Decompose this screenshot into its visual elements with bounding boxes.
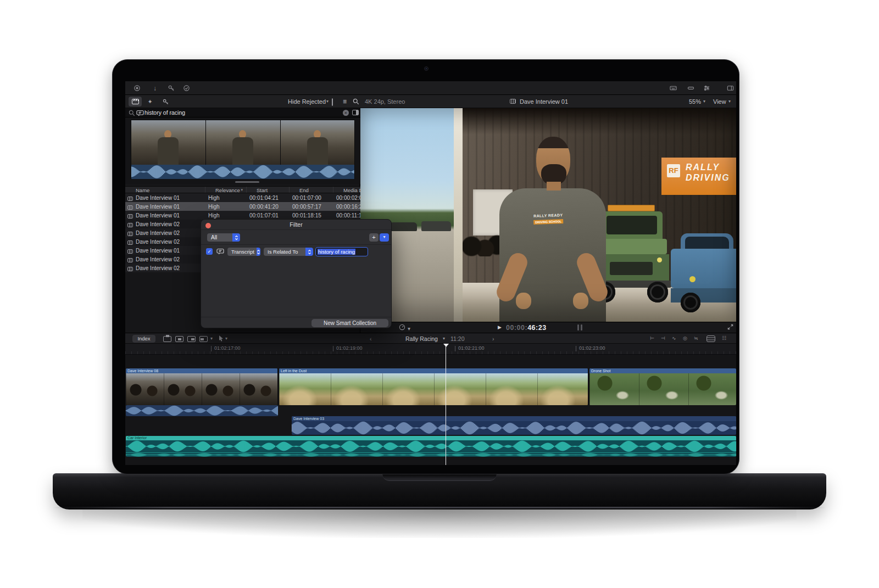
fullscreen-icon[interactable] (727, 324, 733, 331)
new-smart-collection-button[interactable]: New Smart Collection (311, 319, 388, 327)
timeline-clip-dave-interview-03[interactable]: Dave Interview 03 (292, 416, 736, 435)
select-tool-icon[interactable] (219, 335, 224, 343)
clip-filmstrip[interactable] (131, 120, 355, 179)
show-browser-icon[interactable] (129, 97, 142, 107)
rule-type-popup[interactable]: Transcript (227, 248, 260, 256)
table-row-selected[interactable]: Dave Interview 01High00:00:41:2000:00:57… (125, 202, 360, 211)
next-project-chevron[interactable]: › (492, 333, 494, 344)
clip-filmstrip (126, 373, 277, 405)
view-caret-icon[interactable]: ▾ (728, 95, 731, 108)
project-name[interactable]: Rally Racing (405, 333, 438, 344)
column-name[interactable]: Name (125, 187, 205, 193)
timeline[interactable]: 01:02:17:00 01:02:19:00 01:02:21:00 01:0… (125, 344, 736, 465)
filter-scope-popup[interactable]: All (207, 233, 240, 242)
rule-condition-popup[interactable]: Is Related To (264, 248, 313, 256)
search-input[interactable]: history of racing (144, 109, 185, 116)
timeline-clip-car-interior[interactable]: Car Interior (126, 436, 736, 457)
clip-title: Drone Shot (589, 368, 736, 373)
timeline-settings-icon[interactable]: ☷ (722, 335, 726, 341)
viewer-video[interactable]: RF RALLY DRIVING RALLY READY DRIVING SCH… (360, 108, 736, 322)
search-icon[interactable] (353, 98, 359, 106)
audio-waveform (126, 440, 736, 452)
viewer-zoom-level[interactable]: 55% (689, 95, 701, 108)
viewer-timecode: 00:00:46:23 (506, 322, 547, 333)
skimming-icon[interactable]: ∿ (672, 335, 676, 341)
keyword-editor-icon[interactable] (166, 84, 175, 92)
view-menu[interactable]: View (713, 95, 726, 108)
keyboard-icon[interactable] (669, 84, 677, 92)
audio-meters[interactable] (576, 324, 582, 332)
filmstrip-view-icon[interactable] (332, 99, 333, 105)
insert-edit-icon[interactable] (175, 336, 183, 342)
append-edit-icon[interactable] (187, 336, 196, 342)
clip-appearance-icon[interactable] (706, 335, 715, 342)
clip-icon (127, 232, 133, 236)
clip-icon (127, 197, 133, 201)
index-button[interactable]: Index (132, 335, 155, 343)
solo-icon[interactable]: ≒ (694, 335, 698, 341)
column-relevance[interactable]: Relevance▾ (205, 187, 246, 193)
clip-filmstrip (279, 373, 588, 405)
transcript-rule-icon (216, 248, 224, 256)
filmstrip-waveform (131, 165, 354, 179)
stepper-icon (305, 248, 313, 256)
timeline-clip-left-in-the-dust[interactable]: Left in the Dust (279, 368, 588, 405)
sliders-icon[interactable] (702, 84, 711, 92)
table-row[interactable]: Dave Interview 01High00:01:07:0100:01:18… (125, 211, 360, 220)
app-titlebar: ↓ (125, 81, 736, 95)
share-icon[interactable] (132, 84, 141, 92)
play-button[interactable]: ▶ (498, 324, 502, 330)
background-tasks-icon[interactable] (182, 84, 191, 92)
connect-edit-icon[interactable] (163, 336, 171, 342)
stepper-icon (257, 248, 260, 256)
ruler-label: 01:02:19:00 (336, 345, 363, 351)
stepper-icon (232, 233, 240, 242)
effects-browser-icon[interactable]: ✦ (143, 97, 157, 107)
rule-checkbox[interactable]: ✓ (206, 248, 213, 255)
keyword-icon[interactable] (159, 97, 172, 107)
retime-gauge-icon[interactable] (399, 324, 405, 332)
touchbar-icon[interactable] (686, 84, 695, 92)
table-row[interactable]: Dave Interview 01High00:01:04:2100:01:07… (125, 193, 360, 202)
import-media-icon[interactable]: ↓ (151, 84, 159, 92)
browser-search-bar[interactable]: history of racing ✕ (125, 108, 360, 117)
close-window-button[interactable] (205, 223, 211, 228)
hide-rejected-filter[interactable]: Hide Rejected (288, 95, 326, 108)
timeline-clip-drone-shot[interactable]: Drone Shot (589, 368, 736, 405)
list-view-icon[interactable]: ≡ (343, 95, 347, 108)
clip-icon (127, 223, 133, 227)
viewer-format-info: 4K 24p, Stereo (365, 95, 405, 108)
clip-title: Car Interior (126, 436, 736, 440)
project-duration: 11:20 (450, 333, 465, 344)
filmstrip-scrollbar[interactable] (235, 181, 259, 183)
clip-icon (127, 249, 133, 254)
clip-audio-dave-interview-08[interactable] (126, 405, 278, 416)
laptop-thumb-scoop (382, 474, 497, 481)
column-start[interactable]: Start (246, 187, 289, 193)
sort-caret-icon: ▾ (241, 188, 243, 192)
column-media-duration[interactable]: Media Duration (333, 187, 360, 193)
previous-project-chevron[interactable]: ‹ (370, 333, 372, 344)
timeline-clip-dave-interview-08[interactable]: Dave Interview 08 (126, 368, 278, 405)
clear-search-icon[interactable]: ✕ (343, 110, 349, 116)
browser-panel-toggle-icon[interactable] (726, 84, 735, 92)
overwrite-edit-icon[interactable] (199, 336, 208, 342)
column-end[interactable]: End (289, 187, 333, 193)
timeline-ruler[interactable]: 01:02:17:00 01:02:19:00 01:02:21:00 01:0… (125, 344, 736, 355)
filter-window[interactable]: Filter All + ▾ ✓ Transcript Is Related T… (201, 219, 392, 328)
add-rule-caret-icon[interactable]: ▾ (380, 233, 389, 242)
rule-value-field[interactable]: history of racing (315, 247, 368, 256)
filter-panel-toggle-icon[interactable] (352, 110, 359, 115)
hide-rejected-caret-icon[interactable]: ▾ (326, 95, 329, 108)
list-header[interactable]: Name Relevance▾ Start End Media Duration (125, 186, 360, 193)
trim-icon[interactable]: ⊢ (650, 335, 654, 341)
zoom-caret-icon[interactable]: ▾ (703, 95, 705, 108)
filter-window-title: Filter (201, 220, 391, 230)
add-rule-button[interactable]: + (369, 233, 379, 242)
snapping-icon[interactable]: ◎ (683, 335, 687, 341)
clip-filmstrip (589, 373, 736, 405)
playhead[interactable] (446, 344, 446, 465)
timeline-toolbar: Index ▾ ▾ ‹ Rally Racing ▾ 11:20 › ⊢ ⊣ ∿… (125, 333, 736, 344)
position-icon[interactable]: ⊣ (661, 335, 665, 341)
playhead-handle[interactable] (443, 344, 449, 347)
